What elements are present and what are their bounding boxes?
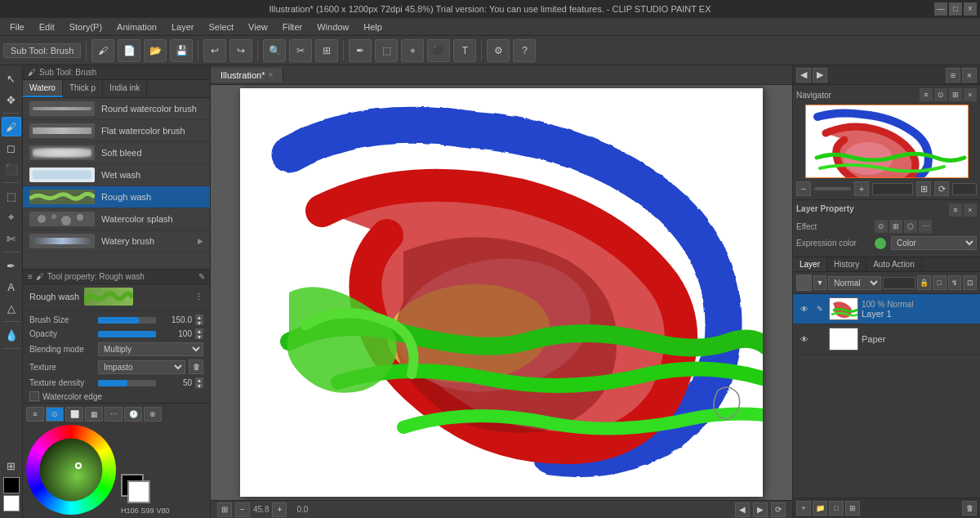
canvas-tab-close[interactable]: × <box>268 70 273 79</box>
layer-tab-auto[interactable]: Auto Action <box>866 257 922 271</box>
brush-size-slider[interactable] <box>98 317 156 324</box>
text-btn[interactable]: T <box>453 39 476 62</box>
tool-shape[interactable]: △ <box>2 298 21 318</box>
opacity-arrows[interactable]: ▲ ▼ <box>195 328 203 339</box>
menu-view[interactable]: View <box>242 20 274 33</box>
tool-move[interactable]: ✥ <box>2 90 21 109</box>
menu-help[interactable]: Help <box>357 20 389 33</box>
lp-close-icon[interactable]: × <box>964 203 977 217</box>
brush-tab-india-ink[interactable]: India ink <box>103 80 147 97</box>
brush-tab-watercolor[interactable]: Watero <box>23 80 63 97</box>
tool-eyedropper[interactable]: 💧 <box>2 325 21 345</box>
zoom-in-status-btn[interactable]: + <box>272 502 287 517</box>
brush-soft-bleed[interactable]: Soft bleed <box>23 142 210 164</box>
tool-pen[interactable]: ✒ <box>2 256 21 275</box>
brush-wet-wash[interactable]: Wet wash <box>23 164 210 186</box>
transform-btn[interactable]: ⊞ <box>315 39 338 62</box>
panel-left-btn[interactable]: ◀ <box>796 68 811 83</box>
texture-density-slider[interactable] <box>98 380 156 386</box>
menu-animation[interactable]: Animation <box>110 20 163 33</box>
delete-layer-btn[interactable]: 🗑 <box>962 501 977 516</box>
rotate-btn[interactable]: ⟳ <box>771 502 786 517</box>
color-tool-extra[interactable]: ⊕ <box>144 407 162 422</box>
add-folder-btn[interactable]: 📁 <box>813 501 827 516</box>
brush-size-up[interactable]: ▲ <box>195 315 203 319</box>
effect-icon-2[interactable]: ⊞ <box>889 220 902 233</box>
color-tool-set[interactable]: ⋯ <box>105 407 122 422</box>
paper-visibility-btn[interactable]: 👁 <box>798 333 811 346</box>
nav-zoom-input[interactable]: 45.8 <box>872 183 913 195</box>
opacity-down[interactable]: ▼ <box>195 334 203 339</box>
nav-icon-3[interactable]: ⊞ <box>949 88 962 101</box>
help-icon-btn[interactable]: ? <box>513 39 536 62</box>
zoom-out-btn[interactable]: − <box>235 502 250 517</box>
nav-icon-1[interactable]: ≡ <box>920 88 933 101</box>
brush-round-watercolor[interactable]: Round watercolor brush <box>23 98 210 120</box>
select-btn[interactable]: ⬚ <box>375 39 398 62</box>
blending-select[interactable]: Multiply Normal Screen <box>98 342 203 356</box>
texture-select[interactable]: Impasto None <box>98 360 185 374</box>
brush-size-down[interactable]: ▼ <box>195 320 203 325</box>
layer-clip-btn[interactable]: ⊡ <box>963 275 977 290</box>
layer-tab-layer[interactable]: Layer <box>793 257 827 271</box>
opacity-slider[interactable] <box>98 331 156 337</box>
color-wheel[interactable] <box>26 425 116 515</box>
crop-btn[interactable]: ✂ <box>289 39 312 62</box>
color-tool-1[interactable]: ≡ <box>26 407 44 422</box>
tool-text[interactable]: A <box>2 277 21 297</box>
tool-eraser[interactable]: ◻ <box>2 138 21 158</box>
nav-rotate[interactable]: ⟳ <box>934 181 949 196</box>
color-tool-square[interactable]: ⬜ <box>65 407 83 422</box>
layer-opacity-input[interactable]: 100 <box>883 277 915 289</box>
new-file-btn[interactable]: 📄 <box>118 39 140 62</box>
merge-layers-btn[interactable]: ⊞ <box>845 501 860 516</box>
nav-zoom-out[interactable]: − <box>796 181 811 196</box>
layer-dropdown-btn[interactable]: ▼ <box>813 275 827 290</box>
menu-story[interactable]: Story(P) <box>63 20 109 33</box>
layer-item-layer1[interactable]: 👁 ✎ 100 % Normal Layer 1 <box>793 294 980 324</box>
minimize-btn[interactable]: — <box>934 2 947 16</box>
tool-fill[interactable]: ⬛ <box>2 159 21 179</box>
color-tool-history[interactable]: 🕐 <box>124 407 142 422</box>
fill-btn[interactable]: ⬛ <box>427 39 450 62</box>
prev-page-btn[interactable]: ◀ <box>735 502 750 517</box>
nav-zoom-slider[interactable] <box>814 187 851 190</box>
brush-watercolor-splash[interactable]: Watercolor splash <box>23 208 210 230</box>
open-btn[interactable]: 📂 <box>144 39 167 62</box>
background-swatch[interactable] <box>127 480 150 503</box>
panel-settings-btn[interactable]: ≡ <box>946 68 960 83</box>
nav-icon-2[interactable]: ⊙ <box>934 88 947 101</box>
opacity-up[interactable]: ▲ <box>195 328 203 333</box>
effect-icon-3[interactable]: ⬡ <box>904 220 917 233</box>
menu-edit[interactable]: Edit <box>33 20 61 33</box>
color-tool-slider[interactable]: ▦ <box>85 407 103 422</box>
td-up[interactable]: ▲ <box>195 377 203 382</box>
texture-delete-btn[interactable]: 🗑 <box>189 359 203 374</box>
layer1-visibility-btn[interactable]: 👁 <box>798 302 811 315</box>
add-layer-btn[interactable]: + <box>796 501 811 516</box>
expression-color-select[interactable]: Color Grayscale Monochrome <box>891 236 977 250</box>
layer1-edit-btn[interactable]: ✎ <box>814 303 826 315</box>
nav-icon-close[interactable]: × <box>964 88 977 101</box>
bg-color-swatch[interactable] <box>3 495 20 511</box>
lp-settings-icon[interactable]: ≡ <box>949 203 962 217</box>
add-mask-btn[interactable]: □ <box>829 501 844 516</box>
fit-canvas-btn[interactable]: ⊞ <box>217 502 232 517</box>
layer-ref-btn[interactable]: ↯ <box>948 275 962 290</box>
next-page-btn[interactable]: ▶ <box>753 502 768 517</box>
edit-icon[interactable]: ✎ <box>198 272 205 281</box>
brush-icon[interactable]: 🖌 <box>91 39 114 62</box>
brush-size-arrows[interactable]: ▲ ▼ <box>195 315 203 325</box>
more-icon[interactable]: ⋮ <box>194 292 203 302</box>
brush-watery[interactable]: Watery brush ▶ <box>23 230 210 252</box>
color-tool-wheel[interactable]: ⊙ <box>46 407 64 422</box>
tool-crop[interactable]: ✄ <box>2 229 21 248</box>
maximize-btn[interactable]: □ <box>949 2 962 16</box>
panel-right-btn[interactable]: ▶ <box>813 68 827 83</box>
tool-brush[interactable]: 🖌 <box>2 117 21 136</box>
pen-btn[interactable]: ✒ <box>349 39 372 62</box>
effect-icon-4[interactable]: ⋯ <box>919 220 932 233</box>
tool-select-rect[interactable]: ⬚ <box>2 186 21 206</box>
menu-filter[interactable]: Filter <box>276 20 309 33</box>
zoom-in-btn[interactable]: 🔍 <box>263 39 286 62</box>
